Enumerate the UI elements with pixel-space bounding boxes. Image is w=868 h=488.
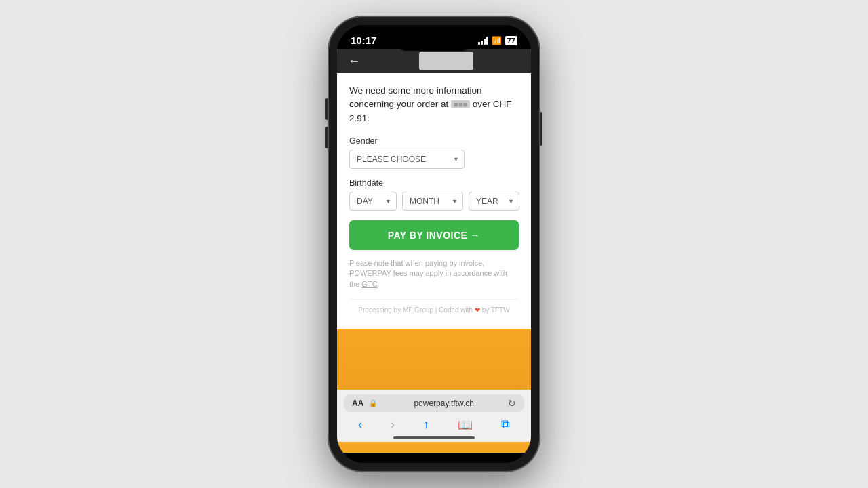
bookmarks-button[interactable]: 📖 <box>458 418 473 432</box>
form-card: We need some more information concerning… <box>337 73 531 329</box>
gtc-link[interactable]: GTC <box>361 280 377 288</box>
volume-down-button[interactable] <box>326 127 328 148</box>
orange-background <box>337 329 531 390</box>
browser-back-button[interactable]: ← <box>344 53 364 70</box>
volume-up-button[interactable] <box>326 98 328 120</box>
status-icons: 📶 77 <box>478 36 517 45</box>
status-bar: 10:17 📶 77 <box>337 25 531 49</box>
info-text: We need some more information concerning… <box>349 84 519 125</box>
disclaimer-text: Please note that when paying by invoice,… <box>349 258 519 289</box>
aa-button[interactable]: AA <box>352 399 363 408</box>
day-select[interactable]: DAY <box>349 192 397 211</box>
heart-icon: ❤ <box>475 306 480 314</box>
browser-back-nav-button[interactable]: ‹ <box>358 418 362 432</box>
birthdate-row: DAY MONTH YEAR <box>349 192 519 211</box>
page-content: ← We need some more information concerni… <box>337 49 531 453</box>
month-select-wrapper: MONTH <box>402 192 463 211</box>
url-text: powerpay.tftw.ch <box>380 399 508 408</box>
clock: 10:17 <box>351 35 376 46</box>
wifi-icon: 📶 <box>492 36 502 45</box>
browser-bottom-bar: AA 🔒 powerpay.tftw.ch ↻ ‹ › ↑ 📖 ⧉ <box>337 390 531 442</box>
signal-icon <box>478 37 488 45</box>
pay-by-invoice-button[interactable]: PAY BY INVOICE → <box>349 220 519 250</box>
gender-select-wrapper: PLEASE CHOOSE Male Female Other <box>349 150 465 169</box>
reload-button[interactable]: ↻ <box>508 398 516 409</box>
month-select[interactable]: MONTH <box>402 192 463 211</box>
share-button[interactable]: ↑ <box>423 418 429 432</box>
day-select-wrapper: DAY <box>349 192 397 211</box>
year-select[interactable]: YEAR <box>469 192 519 211</box>
footer: Processing by MF Group | Coded with ❤ by… <box>349 299 519 318</box>
browser-forward-nav-button[interactable]: › <box>391 418 395 432</box>
battery-icon: 77 <box>505 36 517 45</box>
gender-field-group: Gender PLEASE CHOOSE Male Female Other <box>349 136 519 169</box>
dynamic-island <box>397 32 471 51</box>
home-indicator <box>393 436 475 439</box>
lock-icon: 🔒 <box>369 399 377 407</box>
site-logo <box>419 52 473 70</box>
web-content: We need some more information concerning… <box>337 73 531 390</box>
url-bar[interactable]: AA 🔒 powerpay.tftw.ch ↻ <box>344 394 524 412</box>
browser-nav-buttons: ‹ › ↑ 📖 ⧉ <box>344 416 524 434</box>
browser-nav-bar: ← <box>337 49 531 73</box>
gender-label: Gender <box>349 136 519 146</box>
tabs-button[interactable]: ⧉ <box>501 418 510 432</box>
birthdate-field-group: Birthdate DAY MONTH <box>349 178 519 211</box>
phone-screen: 10:17 📶 77 ← <box>337 25 531 463</box>
gender-select[interactable]: PLEASE CHOOSE Male Female Other <box>349 150 465 169</box>
birthdate-label: Birthdate <box>349 178 519 188</box>
power-button[interactable] <box>540 112 542 146</box>
phone-frame: 10:17 📶 77 ← <box>329 17 539 471</box>
year-select-wrapper: YEAR <box>469 192 519 211</box>
